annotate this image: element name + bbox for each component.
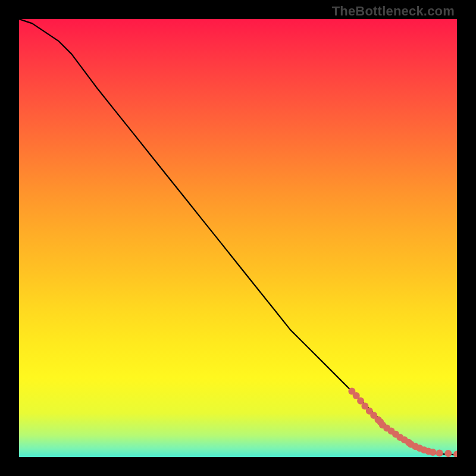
chart-line <box>19 19 457 455</box>
plot-area <box>19 19 457 457</box>
chart-svg <box>19 19 457 457</box>
marker-point <box>444 450 452 457</box>
chart-markers <box>348 388 457 457</box>
marker-point <box>436 449 443 456</box>
marker-point <box>430 449 437 456</box>
watermark-text: TheBottleneck.com <box>332 4 455 19</box>
marker-point <box>453 451 457 457</box>
